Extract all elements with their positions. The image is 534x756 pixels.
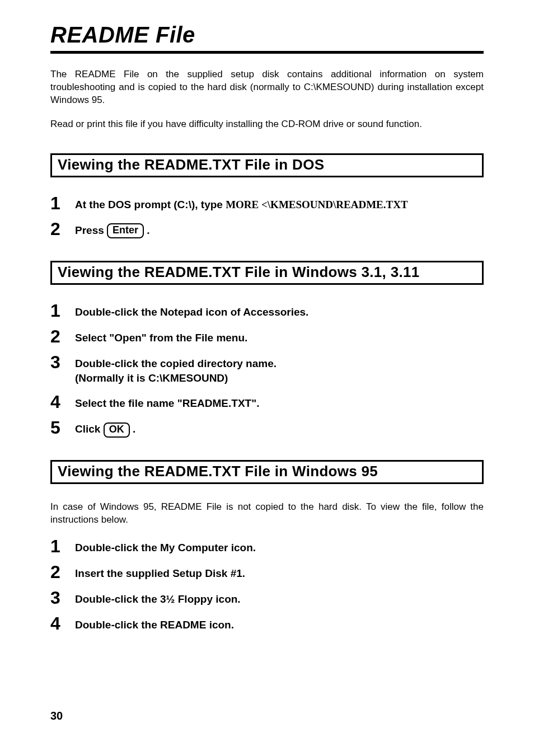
step-text: Select the file name "README.TXT". xyxy=(75,393,259,411)
step-text-part: . xyxy=(144,224,150,236)
step-text-part: Floppy icon. xyxy=(175,593,240,605)
title-rule xyxy=(50,51,484,54)
step: 4 Select the file name "README.TXT". xyxy=(50,393,484,411)
section-heading-dos: Viewing the README.TXT File in DOS xyxy=(50,153,484,177)
step-text: Select "Open" from the File menu. xyxy=(75,327,247,345)
section-heading-win95: Viewing the README.TXT File in Windows 9… xyxy=(50,460,484,484)
steps-win31: 1 Double-click the Notepad icon of Acces… xyxy=(50,302,484,438)
step-text: Double-click the README icon. xyxy=(75,614,234,632)
section-heading-win31-text: Viewing the README.TXT File in Windows 3… xyxy=(58,264,476,281)
step-number: 4 xyxy=(50,614,75,632)
step-number: 2 xyxy=(50,327,75,345)
step: 2 Insert the supplied Setup Disk #1. xyxy=(50,563,484,581)
step: 4 Double-click the README icon. xyxy=(50,614,484,632)
keycap-ok: OK xyxy=(104,422,130,438)
step-text-part: Press xyxy=(75,224,107,236)
step-number: 4 xyxy=(50,393,75,411)
section-heading-win95-text: Viewing the README.TXT File in Windows 9… xyxy=(58,463,476,480)
steps-win95: 1 Double-click the My Computer icon. 2 I… xyxy=(50,537,484,632)
intro-paragraph-2: Read or print this file if you have diff… xyxy=(50,118,484,131)
keycap-enter: Enter xyxy=(107,223,144,238)
win95-intro: In case of Windows 95, README File is no… xyxy=(50,501,484,527)
step-number: 1 xyxy=(50,302,75,320)
step-text-line: Double-click the copied directory name. xyxy=(75,358,277,369)
step-text: Double-click the Notepad icon of Accesso… xyxy=(75,302,308,320)
steps-dos: 1 At the DOS prompt (C:\), type MORE <\K… xyxy=(50,194,484,238)
step-number: 1 xyxy=(50,194,75,212)
section-heading-win31: Viewing the README.TXT File in Windows 3… xyxy=(50,261,484,285)
step: 5 Click OK . xyxy=(50,419,484,437)
step: 3 Double-click the 3½ Floppy icon. xyxy=(50,589,484,607)
step-text-part: Double-click the 3 xyxy=(75,593,166,605)
fraction-half: ½ xyxy=(166,593,175,605)
step-text-part: . xyxy=(130,423,136,435)
page: README File The README File on the suppl… xyxy=(0,0,534,756)
step: 1 At the DOS prompt (C:\), type MORE <\K… xyxy=(50,194,484,212)
step-text: Click OK . xyxy=(75,419,135,437)
page-number: 30 xyxy=(50,710,63,722)
step-number: 3 xyxy=(50,589,75,607)
step: 2 Press Enter . xyxy=(50,220,484,238)
step: 2 Select "Open" from the File menu. xyxy=(50,327,484,345)
command-text: MORE <\KMESOUND\README.TXT xyxy=(226,199,407,210)
step-number: 2 xyxy=(50,220,75,238)
step-number: 2 xyxy=(50,563,75,581)
page-title: README File xyxy=(50,22,484,48)
section-heading-dos-text: Viewing the README.TXT File in DOS xyxy=(58,156,476,173)
step-text: Double-click the 3½ Floppy icon. xyxy=(75,589,241,607)
step-text-line: (Normally it is C:\KMESOUND) xyxy=(75,372,228,384)
step-text-part: Click xyxy=(75,423,104,435)
step-text-part: At the DOS prompt (C:\), type xyxy=(75,199,226,210)
step: 3 Double-click the copied directory name… xyxy=(50,353,484,385)
step-text: Insert the supplied Setup Disk #1. xyxy=(75,563,245,581)
step-number: 5 xyxy=(50,419,75,436)
step-text: Double-click the My Computer icon. xyxy=(75,537,256,555)
step: 1 Double-click the My Computer icon. xyxy=(50,537,484,555)
step-text: Double-click the copied directory name. … xyxy=(75,353,277,385)
step: 1 Double-click the Notepad icon of Acces… xyxy=(50,302,484,320)
intro-paragraph-1: The README File on the supplied setup di… xyxy=(50,68,484,107)
step-text: At the DOS prompt (C:\), type MORE <\KME… xyxy=(75,194,408,212)
step-number: 3 xyxy=(50,353,75,371)
step-number: 1 xyxy=(50,537,75,555)
step-text: Press Enter . xyxy=(75,220,150,238)
